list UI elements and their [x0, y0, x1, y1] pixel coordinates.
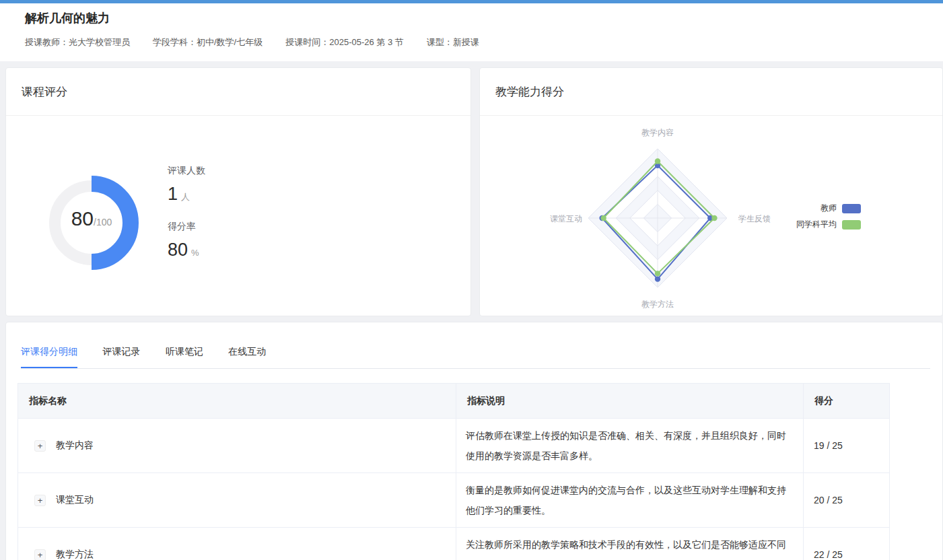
course-score-card-title: 课程评分	[6, 68, 470, 116]
donut-denominator: /100	[94, 217, 112, 228]
score-rate-unit: %	[191, 248, 199, 258]
legend-subject-average-label: 同学科平均	[796, 219, 837, 230]
indicator-name: 教学内容	[56, 440, 94, 450]
table-row: + 课堂互动 衡量的是教师如何促进课堂内的交流与合作，以及这些互动对学生理解和支…	[18, 473, 890, 528]
donut-center-label: 80/100	[41, 207, 142, 230]
indicator-desc: 评估教师在课堂上传授的知识是否准确、相关、有深度，并且组织良好，同时使用的教学资…	[456, 419, 804, 473]
score-rate-label: 得分率	[168, 221, 205, 233]
teaching-ability-card-title: 教学能力得分	[480, 68, 942, 116]
legend-subject-average-marker[interactable]	[842, 220, 861, 230]
indicator-score: 20 / 25	[804, 473, 890, 528]
tab-online-interaction[interactable]: 在线互动	[228, 346, 266, 368]
teaching-ability-card: 教学能力得分 教学内容 学生反馈 教学方法 课堂互动 教师 同学科平均	[479, 67, 943, 316]
legend-teacher-label: 教师	[820, 203, 837, 214]
table-row: + 教学内容 评估教师在课堂上传授的知识是否准确、相关、有深度，并且组织良好，同…	[18, 419, 890, 473]
header-score: 得分	[804, 384, 890, 419]
detail-card: 评课得分明细 评课记录 听课笔记 在线互动 指标名称 指标说明 得分 + 教学内…	[5, 322, 943, 560]
donut-score: 80	[71, 207, 94, 230]
table-header-row: 指标名称 指标说明 得分	[18, 384, 890, 419]
indicator-desc: 衡量的是教师如何促进课堂内的交流与合作，以及这些互动对学生理解和支持他们学习的重…	[456, 473, 804, 528]
course-meta-row: 授课教师：光大学校管理员 学段学科：初中/数学/七年级 授课时间：2025-05…	[25, 36, 479, 48]
meta-grade-subject: 学段学科：初中/数学/七年级	[153, 36, 263, 48]
indicator-name: 教学方法	[56, 549, 94, 559]
header-indicator-desc: 指标说明	[456, 384, 804, 419]
expand-icon[interactable]: +	[34, 549, 46, 560]
score-detail-table: 指标名称 指标说明 得分 + 教学内容 评估教师在课堂上传授的知识是否准确、相关…	[18, 383, 890, 560]
tab-bar: 评课得分明细 评课记录 听课笔记 在线互动	[21, 322, 930, 369]
page-header: 解析几何的魅力 授课教师：光大学校管理员 学段学科：初中/数学/七年级 授课时间…	[0, 3, 943, 61]
indicator-desc: 关注教师所采用的教学策略和技术手段的有效性，以及它们是否能够适应不同的学习风格和…	[456, 528, 804, 560]
meta-course-type: 课型：新授课	[427, 36, 479, 48]
legend-item-teacher[interactable]: 教师	[796, 203, 861, 214]
meta-teacher: 授课教师：光大学校管理员	[25, 36, 130, 48]
score-stats: 评课人数 1人 得分率 80%	[168, 165, 205, 277]
radar-legend: 教师 同学科平均	[796, 203, 861, 235]
radar-axis-teaching-method: 教学方法	[641, 299, 674, 310]
indicator-score: 22 / 25	[804, 528, 890, 560]
header-indicator-name: 指标名称	[18, 384, 456, 419]
course-score-card: 课程评分 80/100 评课人数 1人 得分率 80%	[5, 67, 471, 316]
reviewer-count-value: 1	[168, 184, 178, 204]
expand-icon[interactable]: +	[34, 440, 46, 452]
radar-axis-student-feedback: 学生反馈	[738, 213, 771, 225]
radar-axis-class-interaction: 课堂互动	[550, 213, 582, 225]
page-title: 解析几何的魅力	[25, 10, 110, 26]
reviewer-count-label: 评课人数	[168, 165, 205, 177]
reviewer-count-unit: 人	[181, 192, 190, 202]
indicator-score: 19 / 25	[804, 419, 890, 473]
meta-time: 授课时间：2025-05-26 第 3 节	[285, 36, 404, 48]
legend-item-subject-average[interactable]: 同学科平均	[796, 219, 861, 230]
score-rate-value: 80	[168, 240, 188, 260]
table-row: + 教学方法 关注教师所采用的教学策略和技术手段的有效性，以及它们是否能够适应不…	[18, 528, 890, 560]
tab-score-detail[interactable]: 评课得分明细	[21, 346, 77, 368]
indicator-name: 课堂互动	[56, 494, 94, 505]
radar-axis-teaching-content: 教学内容	[641, 127, 674, 139]
expand-icon[interactable]: +	[34, 495, 46, 506]
tab-review-records[interactable]: 评课记录	[102, 346, 140, 368]
legend-teacher-marker[interactable]	[842, 204, 861, 213]
tab-lesson-notes[interactable]: 听课笔记	[166, 346, 203, 368]
